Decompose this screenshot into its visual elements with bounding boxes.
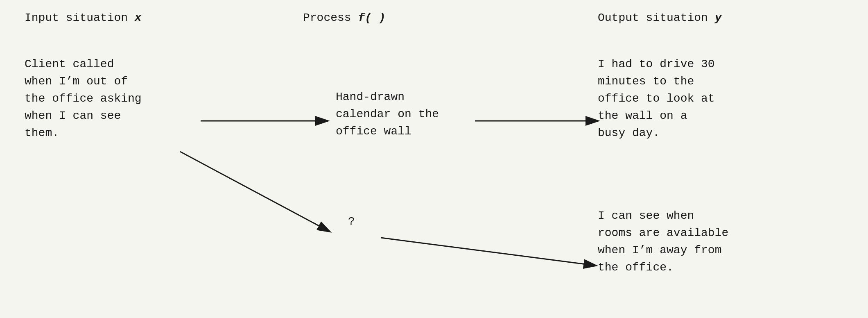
input-label: Input situation	[25, 11, 135, 24]
page: Input situation x Process f( ) Output si…	[0, 0, 868, 318]
process-var: f( )	[358, 11, 385, 24]
arrow-question-to-output-bottom	[381, 238, 596, 266]
output-bottom-text: I can see when rooms are available when …	[598, 201, 852, 276]
process-situation-text: Hand-drawn calendar on the office wall	[336, 82, 532, 140]
process-label: Process	[303, 11, 358, 24]
output-var: y	[715, 11, 722, 24]
header-output: Output situation y	[598, 11, 721, 24]
output-top-text: I had to drive 30 minutes to the office …	[598, 49, 852, 142]
arrow-input-to-question	[180, 152, 330, 232]
input-var: x	[135, 11, 142, 24]
input-situation-text: Client called when I’m out of the office…	[25, 49, 254, 142]
output-label: Output situation	[598, 11, 715, 24]
header-process: Process f( )	[303, 11, 386, 24]
header-input: Input situation x	[25, 11, 142, 24]
question-mark: ?	[348, 213, 355, 230]
